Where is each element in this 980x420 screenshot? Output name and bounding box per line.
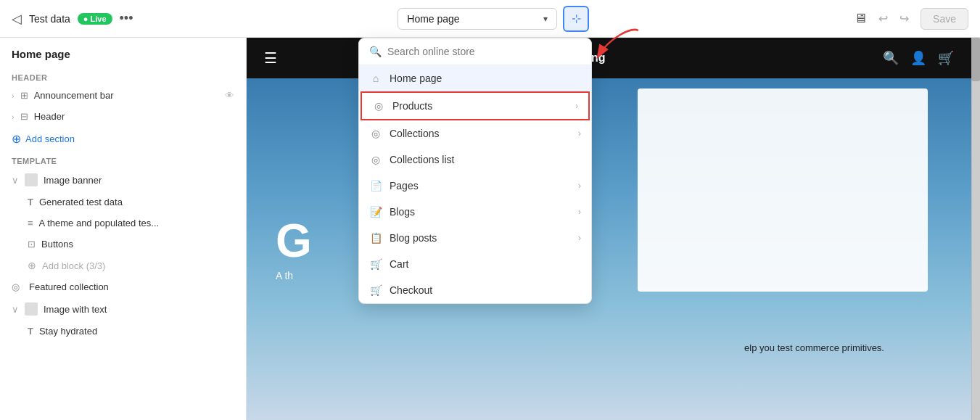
tag-icon-products: ◎ (372, 100, 385, 112)
preview-right-text: elp you test commerce primitives. (744, 342, 884, 353)
buttons-label: Buttons (41, 239, 73, 250)
preview-heading: G (276, 218, 312, 264)
dropdown-item-blogs[interactable]: 📝 Blogs › (359, 199, 591, 225)
preview-nav: ☰ s-Testing 🔍 👤 🛒 (247, 38, 971, 78)
dropdown-item-blogs-left: 📝 Blogs (369, 206, 415, 218)
tag-icon: ◎ (12, 281, 23, 292)
dropdown-search-bar[interactable]: 🔍 (359, 38, 591, 65)
sidebar-item-theme-populated[interactable]: ≡ A theme and populated tes... (0, 213, 246, 234)
plus-circle-icon: ⊕ (12, 132, 21, 146)
sidebar-item-generated-test-data[interactable]: T Generated test data (0, 192, 246, 213)
sidebar-item-buttons[interactable]: ⊡ Buttons (0, 234, 246, 255)
chevron-right-collections-icon: › (578, 128, 581, 139)
test-data-label: Test data (29, 13, 70, 25)
table-icon: ⊞ (20, 90, 28, 101)
preview-subtext: A th (276, 270, 312, 281)
cursor-small-icon: ⊡ (28, 239, 36, 250)
undo-button[interactable]: ↩ (874, 9, 892, 28)
lines-icon: ≡ (28, 218, 33, 228)
home-page-label: Home page (390, 73, 442, 84)
chevron-right-pages-icon: › (578, 181, 581, 191)
add-section-button[interactable]: ⊕ Add section (0, 127, 246, 151)
sidebar-item-add-block[interactable]: ⊕ Add block (3/3) (0, 255, 246, 276)
dropdown-item-cart[interactable]: 🛒 Cart (359, 251, 591, 277)
generated-test-data-label: Generated test data (39, 197, 123, 207)
topbar-left: ◁ Test data ● Live ••• (12, 11, 133, 27)
dropdown-item-cart-left: 🛒 Cart (369, 258, 408, 270)
blog-post-icon: 📋 (369, 232, 382, 244)
dropdown-item-home-page[interactable]: ⌂ Home page (359, 65, 591, 91)
dropdown-item-checkout[interactable]: 🛒 Checkout (359, 277, 591, 303)
chevron-right-icon: › (12, 91, 15, 100)
featured-collection-label: Featured collection (29, 281, 109, 292)
blogs-label: Blogs (390, 206, 415, 218)
announcement-bar-label: Announcement bar (34, 90, 114, 101)
dropdown-item-blog-posts[interactable]: 📋 Blog posts › (359, 225, 591, 251)
sidebar-item-featured-collection[interactable]: ◎ Featured collection (0, 276, 246, 297)
checkout-icon: 🛒 (369, 284, 382, 296)
page-selector[interactable]: Home page ▾ (398, 8, 557, 30)
preview-area: ☰ s-Testing 🔍 👤 🛒 G A th elp you test co… (247, 38, 980, 420)
page-selector-label: Home page (407, 13, 459, 25)
save-button[interactable]: Save (921, 8, 968, 30)
sidebar-item-image-banner[interactable]: ∨ Image banner (0, 168, 246, 192)
dropdown-item-collections-left: ◎ Collections (369, 128, 439, 139)
dropdown-item-products-left: ◎ Products (372, 100, 432, 112)
cursor-button[interactable]: ⊹ (563, 6, 589, 32)
dropdown-item-collections-list[interactable]: ◎ Collections list (359, 147, 591, 173)
search-input[interactable] (387, 46, 581, 57)
topbar: ◁ Test data ● Live ••• Home page ▾ ⊹ 🖥 ↩… (0, 0, 980, 38)
header-label: Header (34, 111, 65, 122)
chevron-right-blogs-icon: › (578, 207, 581, 217)
topbar-right: 🖥 ↩ ↪ Save (854, 8, 968, 30)
chevron-right-blog-posts-icon: › (578, 233, 581, 243)
blog-icon: 📝 (369, 206, 382, 218)
search-icon: 🔍 (369, 46, 382, 57)
undo-redo-group: ↩ ↪ (874, 9, 913, 28)
dropdown-item-collections[interactable]: ◎ Collections › (359, 120, 591, 147)
page-icon: 📄 (369, 180, 382, 192)
chevron-right-icon-header: › (12, 112, 15, 121)
dropdown-item-products[interactable]: ◎ Products › (361, 91, 590, 120)
checkout-label: Checkout (390, 284, 432, 296)
cart-nav-icon: 🛒 (938, 50, 954, 66)
sidebar-item-header[interactable]: › ⊟ Header (0, 106, 246, 127)
eye-icon[interactable]: 👁 (225, 90, 234, 101)
back-icon[interactable]: ◁ (12, 11, 22, 27)
stay-hydrated-label: Stay hydrated (39, 326, 97, 337)
sidebar-item-image-with-text[interactable]: ∨ Image with text (0, 297, 246, 321)
text-t-icon: T (28, 197, 33, 207)
cursor-icon: ⊹ (572, 12, 581, 25)
chevron-down-icon: ▾ (543, 14, 548, 24)
sidebar-title: Home page (0, 38, 246, 67)
preview-scrollbar[interactable] (971, 38, 980, 420)
dropdown-item-blog-posts-left: 📋 Blog posts (369, 232, 437, 244)
sidebar-item-announcement-bar[interactable]: › ⊞ Announcement bar 👁 (0, 85, 246, 106)
desktop-icon[interactable]: 🖥 (854, 11, 867, 26)
chevron-right-products-icon: › (575, 101, 578, 111)
image-with-text-label: Image with text (44, 304, 107, 315)
dropdown-item-collections-list-left: ◎ Collections list (369, 154, 454, 165)
dropdown-item-home-left: ⌂ Home page (369, 73, 442, 84)
circle-plus-icon: ⊕ (28, 260, 36, 271)
sidebar-item-stay-hydrated[interactable]: T Stay hydrated (0, 321, 246, 342)
chevron-down-icon-banner: ∨ (12, 175, 19, 186)
page-dropdown: 🔍 ⌂ Home page ◎ Products › ◎ Collections… (358, 38, 592, 304)
preview-white-box (638, 88, 928, 292)
dropdown-item-pages-left: 📄 Pages (369, 180, 419, 192)
live-badge: ● Live (78, 13, 112, 25)
dropdown-item-pages[interactable]: 📄 Pages › (359, 173, 591, 199)
search-nav-icon: 🔍 (883, 50, 899, 66)
image-thumb-banner (25, 173, 38, 186)
theme-populated-label: A theme and populated tes... (39, 218, 160, 228)
tag-icon-collections: ◎ (369, 128, 382, 139)
add-block-label: Add block (3/3) (42, 260, 105, 271)
image-thumb-iwt (25, 302, 38, 316)
more-button[interactable]: ••• (120, 11, 133, 26)
nav-icons: 🔍 👤 🛒 (883, 50, 954, 66)
preview-inner: ☰ s-Testing 🔍 👤 🛒 G A th elp you test co… (247, 38, 971, 420)
products-label: Products (392, 100, 432, 112)
redo-button[interactable]: ↪ (895, 9, 913, 28)
tag-icon-collections-list: ◎ (369, 154, 382, 165)
collections-list-label: Collections list (390, 154, 454, 165)
